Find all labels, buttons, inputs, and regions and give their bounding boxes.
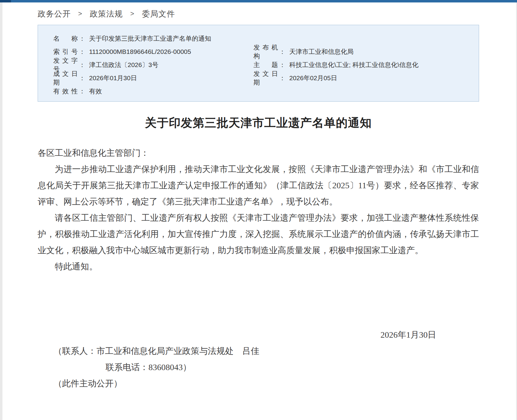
- meta-label-topic: 主题: [253, 61, 278, 69]
- paragraph-2: 请各区工信主管部门、工业遗产所有权人按照《天津市工业遗产管理办法》要求，加强工业…: [38, 210, 479, 258]
- meta-colon: ：: [279, 61, 286, 69]
- top-accent-bar-left-segment: [0, 0, 11, 2]
- paragraph-1: 为进一步推动工业遗产保护利用，推动天津市工业文化发展，按照《天津市工业遗产管理办…: [38, 161, 479, 210]
- meta-colon: ：: [79, 34, 85, 43]
- meta-value-validity: 有效: [89, 87, 102, 96]
- meta-colon: ：: [79, 47, 85, 56]
- contact-phone-line: 联系电话：83608043）: [38, 359, 479, 375]
- breadcrumb-separator: >: [78, 10, 82, 17]
- document-title: 关于印发第三批天津市工业遗产名单的通知: [38, 115, 479, 130]
- meta-field-topic: 主题 ： 科技工业信息化\工业; 科技工业信息化\信息化: [253, 61, 479, 69]
- meta-label-date-written: 成文日期: [53, 69, 78, 87]
- document-body: 各区工业和信息化主管部门： 为进一步推动工业遗产保护利用，推动天津市工业文化发展…: [38, 145, 479, 392]
- breadcrumb-item-policies[interactable]: 政策法规: [90, 9, 123, 18]
- meta-label-date-issued: 发文日期: [253, 69, 278, 87]
- meta-colon: ：: [279, 47, 286, 56]
- meta-value-date-written: 2026年01月30日: [89, 74, 137, 82]
- meta-field-index-no: 索引号 ： 11120000MB1896646L/2026-00005: [38, 47, 253, 56]
- meta-field-name: 名称 ： 关于印发第三批天津市工业遗产名单的通知: [38, 34, 211, 43]
- meta-label-index-no: 索引号: [53, 47, 78, 56]
- meta-colon: ：: [79, 87, 85, 96]
- salutation: 各区工业和信息化主管部门：: [38, 145, 479, 161]
- breadcrumb-item-bureau-documents[interactable]: 委局文件: [142, 9, 175, 18]
- paragraph-closing: 特此通知。: [38, 258, 479, 275]
- contact-person-line: （联系人：市工业和信息化局产业政策与法规处 吕佳: [38, 343, 479, 359]
- content-column: 政务公开 > 政策法规 > 委局文件 名称 ： 关于印发第三批天津市工业遗产名单…: [38, 2, 479, 392]
- meta-field-date-issued: 发文日期 ： 2026年02月05日: [253, 69, 479, 87]
- breadcrumb-item-gov-disclosure[interactable]: 政务公开: [38, 9, 71, 18]
- meta-value-index-no: 11120000MB1896646L/2026-00005: [89, 48, 191, 55]
- top-accent-bar: [0, 0, 517, 2]
- breadcrumb-separator: >: [130, 10, 135, 17]
- meta-row-dates: 成文日期 ： 2026年01月30日 发文日期 ： 2026年02月05日: [38, 71, 479, 84]
- page-card: 政务公开 > 政策法规 > 委局文件 名称 ： 关于印发第三批天津市工业遗产名单…: [2, 2, 516, 420]
- document-meta-box: 名称 ： 关于印发第三批天津市工业遗产名单的通知 索引号 ： 11120000M…: [38, 25, 479, 102]
- meta-field-validity: 有效性 ： 有效: [38, 87, 102, 96]
- meta-value-name: 关于印发第三批天津市工业遗产名单的通知: [89, 34, 211, 43]
- meta-colon: ：: [79, 61, 85, 69]
- breadcrumb: 政务公开 > 政策法规 > 委局文件: [38, 2, 479, 19]
- meta-colon: ：: [79, 74, 85, 82]
- signature-date: 2026年1月30日: [38, 327, 479, 343]
- meta-field-date-written: 成文日期 ： 2026年01月30日: [38, 69, 253, 87]
- meta-value-issuer: 天津市工业和信息化局: [289, 47, 354, 56]
- meta-value-topic: 科技工业信息化\工业; 科技工业信息化\信息化: [289, 61, 418, 69]
- meta-colon: ：: [279, 74, 286, 82]
- meta-label-name: 名称: [53, 34, 78, 43]
- meta-value-doc-no: 津工信政法〔2026〕3号: [89, 61, 158, 69]
- meta-label-validity: 有效性: [53, 87, 78, 96]
- meta-label-issuer: 发布机构: [253, 43, 278, 60]
- disclosure-note: （此件主动公开）: [38, 375, 479, 392]
- meta-value-date-issued: 2026年02月05日: [289, 74, 337, 82]
- meta-field-issuer: 发布机构 ： 天津市工业和信息化局: [253, 43, 479, 60]
